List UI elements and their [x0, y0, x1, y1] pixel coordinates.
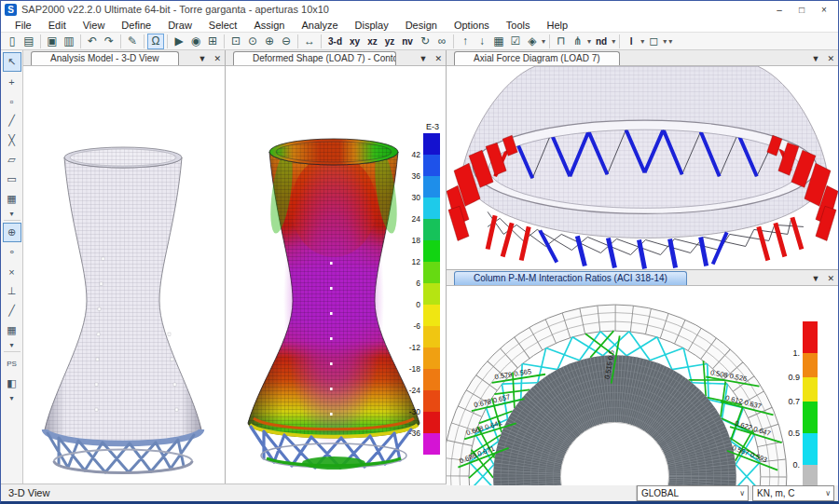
pointer-tool-button[interactable]: ↖: [3, 52, 21, 72]
menu-help[interactable]: Help: [539, 20, 577, 31]
window-title: SAP2000 v22.2.0 Ultimate 64-bit - Torre …: [21, 4, 769, 15]
save-model-button[interactable]: ▣: [44, 34, 61, 49]
minimize-button[interactable]: –: [769, 3, 790, 16]
view-3d-button[interactable]: 3-d: [324, 34, 346, 49]
menu-file[interactable]: File: [7, 20, 40, 31]
svg-text:0.5: 0.5: [788, 429, 800, 438]
maximize-button[interactable]: □: [791, 3, 812, 16]
perspective-button[interactable]: ∞: [433, 34, 450, 49]
reshape-tool-button[interactable]: +: [3, 72, 21, 91]
redo-button[interactable]: ↷: [101, 34, 117, 49]
pmm-close-icon[interactable]: ✕: [827, 274, 834, 283]
axial-force-view[interactable]: [447, 66, 838, 269]
axial-close-icon[interactable]: ✕: [827, 54, 834, 63]
main-toolbar: ▯ ▤ ▣ ▥ ↶ ↷ ✎ Ω ▶ ◉ ⊞ ⊡ ⊙ ⊕ ⊖ ↔ 3-d xy x…: [1, 32, 838, 50]
draw-frame-button[interactable]: ⊓: [553, 34, 570, 49]
isection-dropdown-caret[interactable]: ▾: [640, 37, 644, 46]
tab-deformed-shape[interactable]: Deformed Shape (LOAD 7) - Contours for A…: [233, 51, 396, 65]
draw-braces-button[interactable]: ╳: [3, 130, 21, 150]
deformed-dropdown-caret[interactable]: ▼: [420, 54, 428, 63]
menu-assign[interactable]: Assign: [245, 20, 293, 31]
snap-joints-button[interactable]: ⊕: [3, 223, 21, 242]
down-arrow-icon: ↓: [479, 34, 485, 48]
pmm-dropdown-caret[interactable]: ▼: [812, 274, 820, 283]
pan-button[interactable]: ↔: [301, 34, 318, 49]
menu-tools[interactable]: Tools: [498, 20, 539, 31]
tab-axial-force[interactable]: Axial Force Diagram (LOAD 7): [454, 51, 620, 65]
units-dropdown[interactable]: KN, m, C ∨: [752, 485, 834, 501]
print-button[interactable]: ▥: [61, 34, 77, 49]
analysis-close-icon[interactable]: ✕: [213, 54, 221, 63]
zoom-out-button[interactable]: ⊖: [278, 34, 295, 49]
shrink-dropdown-caret[interactable]: ▾: [542, 37, 545, 46]
view-nv-button[interactable]: nv: [398, 34, 417, 49]
refresh-window-button[interactable]: ✎: [124, 34, 141, 49]
ps-tool-button[interactable]: PS: [3, 354, 21, 374]
draw-poly-area-button[interactable]: ▱: [3, 150, 21, 170]
snap-grid-button[interactable]: ▦: [3, 320, 21, 340]
reshape-icon: +: [8, 76, 14, 88]
tools-more-caret[interactable]: ▾: [3, 393, 21, 402]
snap-lines-button[interactable]: ╱: [3, 301, 21, 320]
pmm-plan-view[interactable]: 0.515 0.5 0.579 0.565 0.678 0.657 0.668 …: [447, 286, 838, 486]
snap-intersections-button[interactable]: ×: [3, 262, 21, 281]
draw-rect-area-button[interactable]: ▭: [3, 170, 21, 189]
menu-define[interactable]: Define: [113, 20, 159, 31]
new-model-button[interactable]: ▯: [4, 34, 21, 49]
deformed-shape-view[interactable]: E-3 42: [226, 66, 446, 484]
tab-pmm-ratios[interactable]: Column P-M-M Interaction Ratios (ACI 318…: [454, 271, 687, 285]
run-analysis-button[interactable]: ▶: [171, 34, 187, 49]
move-down-list-button[interactable]: ↓: [474, 34, 490, 49]
isection-button[interactable]: I: [623, 34, 640, 49]
axial-dropdown-caret[interactable]: ▼: [812, 54, 820, 63]
draw-wall-button[interactable]: ⋔: [570, 34, 586, 49]
area-display-button[interactable]: ◻: [645, 34, 662, 49]
object-models-button[interactable]: ▦: [490, 34, 507, 49]
menu-view[interactable]: View: [75, 20, 114, 31]
menu-options[interactable]: Options: [446, 20, 498, 31]
area-dropdown-caret[interactable]: ▾: [663, 37, 667, 46]
analysis-3d-view[interactable]: [23, 66, 225, 484]
open-model-button[interactable]: ▤: [21, 34, 37, 49]
zoom-in-button[interactable]: ⊕: [261, 34, 278, 49]
undo-button[interactable]: ↶: [84, 34, 101, 49]
deformed-close-icon[interactable]: ✕: [434, 54, 442, 63]
draw-quick-area-button[interactable]: ▦: [3, 189, 21, 209]
coord-system-dropdown[interactable]: GLOBAL ∨: [637, 485, 749, 501]
select-all-button[interactable]: ☑: [507, 34, 524, 49]
view-xy-button[interactable]: xy: [346, 34, 364, 49]
view-yz-button[interactable]: yz: [381, 34, 399, 49]
more-dropdown-caret[interactable]: ▾: [668, 37, 672, 46]
move-up-list-button[interactable]: ↑: [457, 34, 474, 49]
object-shrink-button[interactable]: ◈: [524, 34, 541, 49]
svg-text:-30: -30: [409, 407, 421, 416]
snap-perpendicular-button[interactable]: ⊥: [3, 281, 21, 301]
lock-model-button[interactable]: Ω: [147, 34, 164, 49]
tab-analysis-model[interactable]: Analysis Model - 3-D View: [31, 51, 179, 65]
snap-more-caret[interactable]: ▾: [3, 340, 21, 349]
nd-dropdown-caret[interactable]: ▾: [612, 37, 615, 46]
menu-edit[interactable]: Edit: [40, 20, 75, 31]
wall-dropdown-caret[interactable]: ▾: [587, 37, 591, 46]
menu-analyze[interactable]: Analyze: [293, 20, 346, 31]
rotate-view-button[interactable]: ↻: [417, 34, 433, 49]
zoom-window-button[interactable]: ⊡: [227, 34, 244, 49]
analysis-dropdown-caret[interactable]: ▼: [199, 54, 207, 63]
draw-frame-tool-button[interactable]: ╱: [3, 111, 21, 130]
nd-display-button[interactable]: nd: [592, 34, 611, 49]
run-animation-button[interactable]: ◉: [187, 34, 204, 49]
section-cut-button[interactable]: ◧: [3, 374, 21, 393]
close-button[interactable]: ×: [814, 3, 834, 16]
menu-design[interactable]: Design: [397, 20, 446, 31]
pointer-icon: ↖: [7, 56, 16, 68]
zoom-full-button[interactable]: ⊙: [244, 34, 261, 49]
svg-text:-36: -36: [409, 429, 421, 438]
snap-midpoints-button[interactable]: ∘: [3, 242, 21, 262]
draw-joint-button[interactable]: ▫: [3, 91, 21, 111]
menu-select[interactable]: Select: [200, 20, 246, 31]
draw-more-caret[interactable]: ▾: [3, 209, 21, 218]
menu-draw[interactable]: Draw: [159, 20, 200, 31]
menu-display[interactable]: Display: [347, 20, 397, 31]
view-xz-button[interactable]: xz: [364, 34, 381, 49]
show-tables-button[interactable]: ⊞: [204, 34, 221, 49]
